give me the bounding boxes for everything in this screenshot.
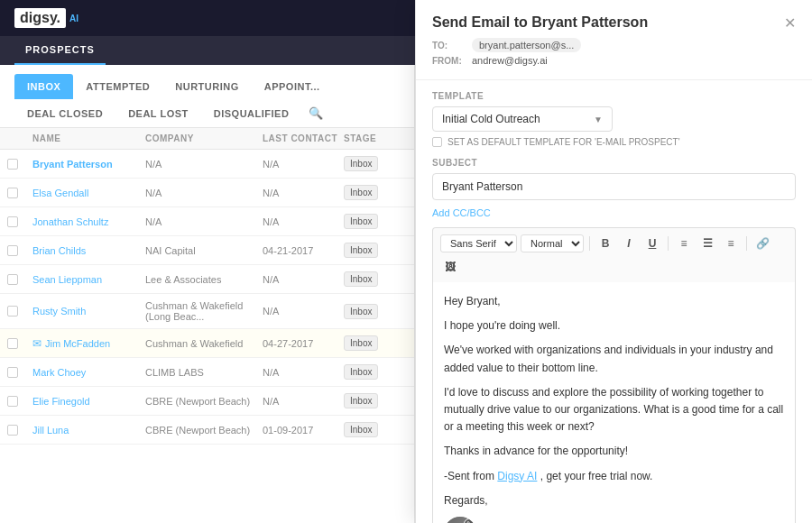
row-company: CBRE (Newport Beach) (145, 396, 263, 407)
row-checkbox[interactable] (7, 159, 18, 170)
prospect-name[interactable]: Mark Choey (32, 367, 145, 378)
row-company: CLIMB LABS (145, 367, 263, 378)
align-right-button[interactable]: ≡ (721, 234, 741, 253)
logo-ai: AI (69, 14, 78, 23)
row-company: N/A (145, 159, 263, 170)
bold-button[interactable]: B (595, 234, 615, 253)
table-row: Elsa Gendall N/A N/A Inbox (0, 179, 414, 207)
table-row: Jonathan Schultz N/A N/A Inbox (0, 207, 414, 236)
underline-button[interactable]: U (642, 234, 662, 253)
tab-appointments[interactable]: APPOINT... (252, 74, 333, 99)
col-stage: STAGE (344, 133, 407, 143)
prospect-name[interactable]: Rusty Smith (32, 306, 145, 317)
prospect-name[interactable]: Jim McFadden (45, 338, 110, 349)
prospect-name[interactable]: Jill Luna (32, 425, 145, 436)
email-line5: -Sent from Digsy AI , get your free tria… (444, 468, 784, 485)
modal-body: TEMPLATE Initial Cold Outreach ▼ SET AS … (416, 80, 812, 523)
italic-button[interactable]: I (619, 234, 639, 253)
subject-label: SUBJECT (432, 158, 796, 168)
col-company: COMPANY (145, 133, 263, 143)
row-checkbox[interactable] (7, 274, 18, 285)
tab-disqualified[interactable]: DISQUALIFIED (201, 101, 302, 126)
prospect-name[interactable]: Bryant Patterson (32, 159, 145, 170)
prospect-name[interactable]: Sean Lieppman (32, 274, 145, 285)
row-last-contact: N/A (263, 274, 344, 285)
row-stage: Inbox (344, 156, 407, 171)
prospect-name[interactable]: Jonathan Schultz (32, 216, 145, 227)
add-cc-button[interactable]: Add CC/BCC (432, 207, 796, 218)
from-value: andrew@digsy.ai (472, 55, 548, 66)
row-checkbox[interactable] (7, 396, 18, 407)
row-checkbox[interactable] (7, 367, 18, 378)
digsy-link[interactable]: Digsy AI (497, 470, 537, 482)
template-label: TEMPLATE (432, 91, 796, 101)
avatar-badge: ✎ (464, 518, 475, 523)
row-company: N/A (145, 188, 263, 198)
col-checkbox (7, 133, 32, 143)
search-icon[interactable]: 🔍 (301, 99, 330, 127)
table-body: Bryant Patterson N/A N/A Inbox Elsa Gend… (0, 150, 414, 523)
modal-header-content: Send Email to Bryant Patterson TO: bryan… (432, 14, 648, 69)
row-checkbox[interactable] (7, 306, 18, 317)
list-button[interactable]: ≡ (674, 234, 694, 253)
table-row: Sean Lieppman Lee & Associates N/A Inbox (0, 265, 414, 294)
avatar: ✎ (444, 517, 476, 523)
email-line3: I'd love to discuss and explore the poss… (444, 384, 784, 436)
logo-text: digsy. (14, 8, 66, 28)
default-checkbox[interactable] (432, 137, 442, 147)
row-last-contact: N/A (263, 159, 344, 170)
default-check: SET AS DEFAULT TEMPLATE FOR 'E-MAIL PROS… (432, 137, 796, 147)
to-value: bryant.patterson@s... (472, 38, 581, 52)
email-line1: I hope you're doing well. (444, 317, 784, 335)
row-last-contact: N/A (263, 188, 344, 198)
row-company: CBRE (Newport Beach) (145, 425, 263, 436)
table-header: NAME COMPANY LAST CONTACT STAGE (0, 128, 414, 150)
prospect-name[interactable]: Brian Childs (32, 245, 145, 256)
row-checkbox[interactable] (7, 216, 18, 227)
row-checkbox[interactable] (7, 245, 18, 256)
row-checkbox[interactable] (7, 188, 18, 198)
row-checkbox[interactable] (7, 338, 18, 349)
row-checkbox[interactable] (7, 425, 18, 436)
table-row: Elie Finegold CBRE (Newport Beach) N/A I… (0, 387, 414, 416)
size-select[interactable]: Normal (521, 234, 584, 252)
to-label: TO: (432, 41, 465, 50)
image-button[interactable]: 🖼 (440, 257, 460, 277)
subject-input[interactable] (432, 173, 796, 200)
default-check-label: SET AS DEFAULT TEMPLATE FOR 'E-MAIL PROS… (448, 137, 680, 147)
row-stage: Inbox (344, 243, 407, 258)
font-select[interactable]: Sans Serif (440, 234, 517, 252)
email-greeting: Hey Bryant, (444, 293, 784, 310)
tab-attempted[interactable]: ATTEMPTED (73, 74, 162, 99)
row-company: NAI Capital (145, 245, 263, 256)
prospect-name[interactable]: Elsa Gendall (32, 188, 145, 198)
to-field: TO: bryant.patterson@s... (432, 38, 648, 52)
tab-deal-lost[interactable]: DEAL LOST (115, 101, 201, 126)
email-body[interactable]: Hey Bryant, I hope you're doing well. We… (432, 282, 796, 523)
from-field: FROM: andrew@digsy.ai (432, 55, 648, 66)
row-company: N/A (145, 216, 263, 227)
row-company: Cushman & Wakefield (145, 338, 263, 349)
link-button[interactable]: 🔗 (752, 234, 772, 253)
template-select[interactable]: Initial Cold Outreach ▼ (432, 106, 613, 132)
nav-item-prospects[interactable]: PROSPECTS (14, 36, 106, 65)
table-row: Jill Luna CBRE (Newport Beach) 01-09-201… (0, 416, 414, 445)
email-line2: We've worked with organizations and indi… (444, 342, 784, 376)
tab-deal-closed[interactable]: DEAL CLOSED (14, 101, 115, 126)
logo: digsy. AI (14, 8, 78, 28)
tab-row-1: INBOX ATTEMPTED NURTURING APPOINT... (14, 74, 333, 99)
tab-nurturing[interactable]: NURTURING (162, 74, 252, 99)
toolbar-divider (746, 236, 747, 251)
email-line4: Thanks in advance for the opportunity! (444, 443, 784, 460)
prospect-name[interactable]: Elie Finegold (32, 396, 145, 407)
table-row: Rusty Smith Cushman & Wakefield (Long Be… (0, 294, 414, 329)
table-row: ✉ Jim McFadden Cushman & Wakefield 04-27… (0, 329, 414, 358)
close-button[interactable]: ✕ (784, 14, 796, 32)
table-row: Bryant Patterson N/A N/A Inbox (0, 150, 414, 179)
tab-row-2: DEAL CLOSED DEAL LOST DISQUALIFIED 🔍 (14, 99, 330, 127)
email-toolbar: Sans Serif Normal B I U ≡ ☰ ≡ 🔗 🖼 (432, 227, 796, 282)
email-regards: Regards, (444, 492, 784, 509)
row-stage: Inbox (344, 335, 407, 351)
align-left-button[interactable]: ☰ (697, 234, 717, 253)
tab-inbox[interactable]: INBOX (14, 74, 73, 99)
